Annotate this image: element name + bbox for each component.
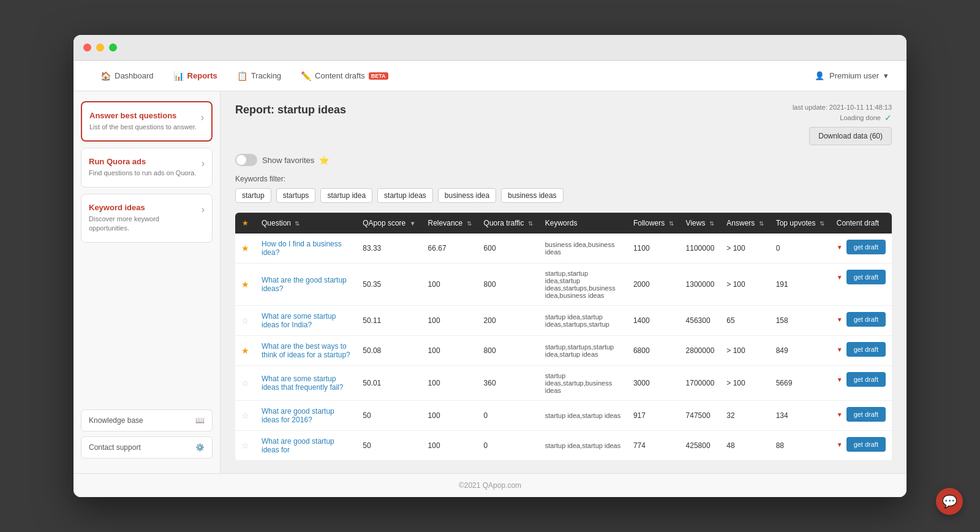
star-empty-icon[interactable]: ☆	[241, 411, 249, 420]
knowledge-base-link[interactable]: Knowledge base 📖	[81, 409, 213, 431]
get-draft-button[interactable]: get draft	[846, 240, 886, 254]
question-link[interactable]: What are some startup ideas for India?	[262, 312, 336, 329]
row-question-1[interactable]: What are the good startup ideas?	[255, 264, 356, 306]
row-traffic-6: 0	[478, 431, 539, 461]
row-draft-0[interactable]: ▼get draft	[831, 234, 892, 260]
get-draft-button[interactable]: get draft	[846, 312, 886, 327]
col-top-upvotes[interactable]: Top upvotes ⇅	[770, 213, 831, 234]
question-link[interactable]: What are some startup ideas that frequen…	[262, 374, 343, 392]
row-traffic-4: 360	[478, 366, 539, 401]
get-draft-button[interactable]: get draft	[846, 270, 886, 284]
col-keywords[interactable]: Keywords	[539, 213, 627, 234]
table-wrapper: ★ Question ⇅ QApop score ▼ Relevance ⇅ Q…	[235, 213, 892, 461]
col-views[interactable]: Views ⇅	[680, 213, 721, 234]
draft-dropdown-icon[interactable]: ▼	[837, 346, 843, 353]
row-star-3[interactable]: ★	[235, 336, 255, 366]
row-question-2[interactable]: What are some startup ideas for India?	[255, 306, 356, 336]
draft-dropdown-icon[interactable]: ▼	[837, 244, 843, 251]
question-link[interactable]: What are the best ways to think of ideas…	[262, 342, 350, 359]
question-link[interactable]: What are good startup ideas for	[262, 437, 334, 454]
row-score-5: 50	[356, 401, 421, 431]
col-followers[interactable]: Followers ⇅	[627, 213, 680, 234]
sidebar-card-keyword-ideas[interactable]: Keyword ideas Discover more keyword oppo…	[81, 194, 213, 243]
star-filled-icon[interactable]: ★	[241, 243, 249, 253]
get-draft-button[interactable]: get draft	[846, 407, 886, 422]
contact-support-link[interactable]: Contact support ⚙️	[81, 436, 213, 458]
main-content: Answer best questions List of the best q…	[74, 91, 907, 473]
row-question-3[interactable]: What are the best ways to think of ideas…	[255, 336, 356, 366]
question-link[interactable]: What are the good startup ideas?	[262, 276, 347, 293]
row-draft-6[interactable]: ▼get draft	[831, 431, 892, 458]
row-answers-1: > 100	[720, 264, 769, 306]
draft-dropdown-icon[interactable]: ▼	[837, 441, 843, 448]
nav-reports[interactable]: 📊 Reports	[165, 67, 226, 85]
star-empty-icon[interactable]: ☆	[241, 378, 249, 388]
star-filled-icon[interactable]: ★	[241, 346, 249, 355]
row-draft-5[interactable]: ▼get draft	[831, 401, 892, 428]
row-draft-1[interactable]: ▼get draft	[831, 264, 892, 291]
sidebar-bottom: Knowledge base 📖 Contact support ⚙️	[81, 409, 213, 463]
content-area: Report: startup ideas last update: 2021-…	[221, 91, 907, 473]
keyword-tag-startup-ideas[interactable]: startup ideas	[377, 188, 433, 203]
draft-dropdown-icon[interactable]: ▼	[837, 411, 843, 418]
star-empty-icon[interactable]: ☆	[241, 441, 249, 450]
row-followers-3: 6800	[627, 336, 680, 366]
row-star-4[interactable]: ☆	[235, 366, 255, 401]
row-draft-3[interactable]: ▼get draft	[831, 336, 892, 363]
keywords-filter: Keywords filter: startup startups startu…	[235, 175, 892, 203]
row-question-6[interactable]: What are good startup ideas for	[255, 431, 356, 461]
nav-tracking[interactable]: 📋 Tracking	[228, 67, 290, 85]
star-filled-icon[interactable]: ★	[241, 279, 249, 289]
draft-dropdown-icon[interactable]: ▼	[837, 274, 843, 281]
draft-dropdown-icon[interactable]: ▼	[837, 376, 843, 383]
download-button[interactable]: Download data (60)	[809, 127, 892, 145]
row-question-5[interactable]: What are good startup ideas for 2016?	[255, 401, 356, 431]
row-draft-4[interactable]: ▼get draft	[831, 366, 892, 393]
col-qapop-score[interactable]: QApop score ▼	[356, 213, 421, 234]
question-link[interactable]: What are good startup ideas for 2016?	[262, 407, 334, 424]
row-star-2[interactable]: ☆	[235, 306, 255, 336]
maximize-button[interactable]	[109, 44, 117, 51]
nav-links: 🏠 Dashboard 📊 Reports 📋 Tracking ✏️ Cont…	[92, 67, 397, 85]
col-quora-traffic[interactable]: Quora traffic ⇅	[478, 213, 539, 234]
keyword-tag-business-ideas[interactable]: business ideas	[501, 188, 563, 203]
row-star-1[interactable]: ★	[235, 264, 255, 306]
minimize-button[interactable]	[96, 44, 104, 51]
row-question-0[interactable]: How do I find a business idea?	[255, 234, 356, 264]
keyword-tag-startup[interactable]: startup	[235, 188, 271, 203]
draft-dropdown-icon[interactable]: ▼	[837, 316, 843, 323]
get-draft-button[interactable]: get draft	[846, 372, 886, 387]
report-meta: last update: 2021-10-11 11:48:13 Loading…	[793, 104, 892, 145]
keyword-tag-business-idea[interactable]: business idea	[438, 188, 496, 203]
nav-content-drafts[interactable]: ✏️ Content drafts BETA	[292, 67, 397, 85]
close-button[interactable]	[83, 44, 91, 51]
keyword-tag-startups[interactable]: startups	[276, 188, 316, 203]
nav-dashboard[interactable]: 🏠 Dashboard	[92, 67, 162, 85]
favorites-toggle[interactable]	[235, 154, 257, 166]
col-question[interactable]: Question ⇅	[255, 213, 356, 234]
col-star[interactable]: ★	[235, 213, 255, 234]
row-question-4[interactable]: What are some startup ideas that frequen…	[255, 366, 356, 401]
row-score-0: 83.33	[356, 234, 421, 264]
row-star-6[interactable]: ☆	[235, 431, 255, 461]
star-empty-icon[interactable]: ☆	[241, 316, 249, 325]
row-relevance-0: 66.67	[422, 234, 478, 264]
row-star-0[interactable]: ★	[235, 234, 255, 264]
get-draft-button[interactable]: get draft	[846, 437, 886, 452]
sidebar-card-answer-best[interactable]: Answer best questions List of the best q…	[81, 101, 213, 142]
sidebar-card-run-ads[interactable]: Run Quora ads Find questions to run ads …	[81, 148, 213, 187]
loading-check-icon: ✓	[884, 113, 892, 123]
row-star-5[interactable]: ☆	[235, 401, 255, 431]
user-menu[interactable]: 👤 Premium user ▾	[815, 71, 888, 80]
row-draft-2[interactable]: ▼get draft	[831, 306, 892, 333]
get-draft-button[interactable]: get draft	[846, 342, 886, 357]
row-score-1: 50.35	[356, 264, 421, 306]
row-followers-0: 1100	[627, 234, 680, 264]
keyword-tag-startup-idea[interactable]: startup idea	[320, 188, 372, 203]
chat-icon: 💬	[942, 494, 957, 509]
chevron-right-icon-3: ›	[202, 204, 205, 215]
col-answers[interactable]: Answers ⇅	[720, 213, 769, 234]
col-relevance[interactable]: Relevance ⇅	[422, 213, 478, 234]
question-link[interactable]: How do I find a business idea?	[262, 240, 342, 257]
chat-bubble[interactable]: 💬	[936, 488, 963, 515]
